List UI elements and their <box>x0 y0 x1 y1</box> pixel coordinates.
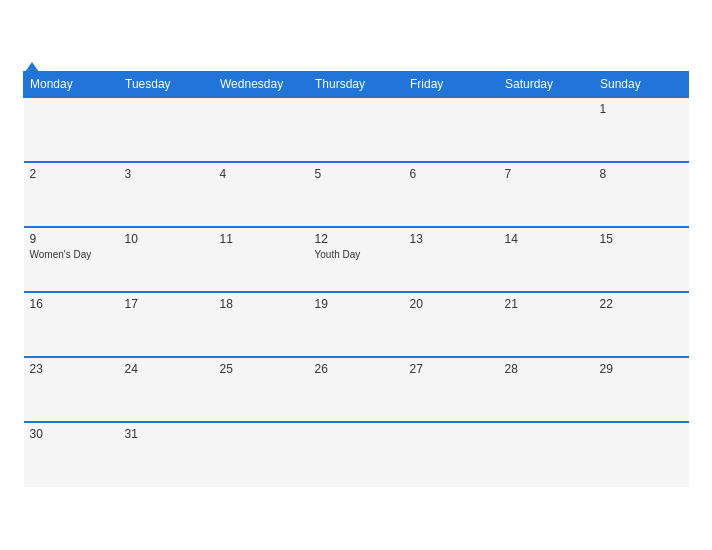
day-number: 20 <box>410 297 493 311</box>
day-number: 13 <box>410 232 493 246</box>
weekday-header-monday: Monday <box>24 72 119 98</box>
calendar-day-cell <box>404 422 499 487</box>
calendar-day-cell: 25 <box>214 357 309 422</box>
calendar-day-cell: 28 <box>499 357 594 422</box>
calendar-day-cell: 2 <box>24 162 119 227</box>
calendar-day-cell: 13 <box>404 227 499 292</box>
day-number: 6 <box>410 167 493 181</box>
calendar-table: MondayTuesdayWednesdayThursdayFridaySatu… <box>23 71 689 487</box>
day-number: 8 <box>600 167 683 181</box>
calendar-week-row: 2345678 <box>24 162 689 227</box>
calendar-day-cell: 21 <box>499 292 594 357</box>
day-number: 14 <box>505 232 588 246</box>
calendar-week-row: 16171819202122 <box>24 292 689 357</box>
calendar-day-cell <box>499 97 594 162</box>
weekday-header-saturday: Saturday <box>499 72 594 98</box>
calendar-day-cell <box>404 97 499 162</box>
day-number: 22 <box>600 297 683 311</box>
calendar-day-cell: 19 <box>309 292 404 357</box>
day-number: 28 <box>505 362 588 376</box>
day-number: 12 <box>315 232 398 246</box>
day-number: 5 <box>315 167 398 181</box>
calendar-day-cell: 8 <box>594 162 689 227</box>
calendar-day-cell <box>214 97 309 162</box>
day-event: Women's Day <box>30 248 113 261</box>
day-number: 19 <box>315 297 398 311</box>
calendar-day-cell: 22 <box>594 292 689 357</box>
calendar-day-cell: 24 <box>119 357 214 422</box>
calendar-container: MondayTuesdayWednesdayThursdayFridaySatu… <box>11 53 701 497</box>
calendar-day-cell: 15 <box>594 227 689 292</box>
day-number: 27 <box>410 362 493 376</box>
calendar-week-row: 23242526272829 <box>24 357 689 422</box>
day-number: 26 <box>315 362 398 376</box>
calendar-day-cell: 20 <box>404 292 499 357</box>
calendar-day-cell: 18 <box>214 292 309 357</box>
weekday-header-wednesday: Wednesday <box>214 72 309 98</box>
day-number: 1 <box>600 102 683 116</box>
day-number: 18 <box>220 297 303 311</box>
calendar-day-cell: 10 <box>119 227 214 292</box>
calendar-week-row: 9Women's Day101112Youth Day131415 <box>24 227 689 292</box>
day-number: 15 <box>600 232 683 246</box>
day-number: 24 <box>125 362 208 376</box>
calendar-day-cell: 4 <box>214 162 309 227</box>
weekday-header-thursday: Thursday <box>309 72 404 98</box>
day-event: Youth Day <box>315 248 398 261</box>
weekday-header-sunday: Sunday <box>594 72 689 98</box>
calendar-day-cell: 1 <box>594 97 689 162</box>
weekday-header-tuesday: Tuesday <box>119 72 214 98</box>
calendar-day-cell: 6 <box>404 162 499 227</box>
calendar-week-row: 3031 <box>24 422 689 487</box>
day-number: 23 <box>30 362 113 376</box>
weekday-header-row: MondayTuesdayWednesdayThursdayFridaySatu… <box>24 72 689 98</box>
calendar-day-cell: 12Youth Day <box>309 227 404 292</box>
calendar-week-row: 1 <box>24 97 689 162</box>
day-number: 3 <box>125 167 208 181</box>
calendar-day-cell: 16 <box>24 292 119 357</box>
calendar-day-cell: 26 <box>309 357 404 422</box>
calendar-day-cell <box>214 422 309 487</box>
day-number: 25 <box>220 362 303 376</box>
day-number: 29 <box>600 362 683 376</box>
calendar-day-cell <box>499 422 594 487</box>
calendar-day-cell <box>309 422 404 487</box>
day-number: 17 <box>125 297 208 311</box>
calendar-day-cell: 23 <box>24 357 119 422</box>
calendar-day-cell: 14 <box>499 227 594 292</box>
calendar-day-cell: 30 <box>24 422 119 487</box>
calendar-day-cell <box>594 422 689 487</box>
day-number: 16 <box>30 297 113 311</box>
calendar-day-cell: 9Women's Day <box>24 227 119 292</box>
day-number: 7 <box>505 167 588 181</box>
calendar-day-cell: 7 <box>499 162 594 227</box>
calendar-day-cell: 11 <box>214 227 309 292</box>
calendar-day-cell <box>24 97 119 162</box>
day-number: 31 <box>125 427 208 441</box>
day-number: 30 <box>30 427 113 441</box>
calendar-day-cell: 5 <box>309 162 404 227</box>
calendar-day-cell: 3 <box>119 162 214 227</box>
calendar-day-cell <box>119 97 214 162</box>
day-number: 21 <box>505 297 588 311</box>
calendar-day-cell: 27 <box>404 357 499 422</box>
weekday-header-friday: Friday <box>404 72 499 98</box>
calendar-day-cell: 31 <box>119 422 214 487</box>
logo <box>23 63 39 73</box>
day-number: 9 <box>30 232 113 246</box>
day-number: 2 <box>30 167 113 181</box>
logo-triangle-icon <box>25 62 39 72</box>
calendar-day-cell: 29 <box>594 357 689 422</box>
day-number: 10 <box>125 232 208 246</box>
calendar-day-cell <box>309 97 404 162</box>
day-number: 4 <box>220 167 303 181</box>
calendar-day-cell: 17 <box>119 292 214 357</box>
day-number: 11 <box>220 232 303 246</box>
